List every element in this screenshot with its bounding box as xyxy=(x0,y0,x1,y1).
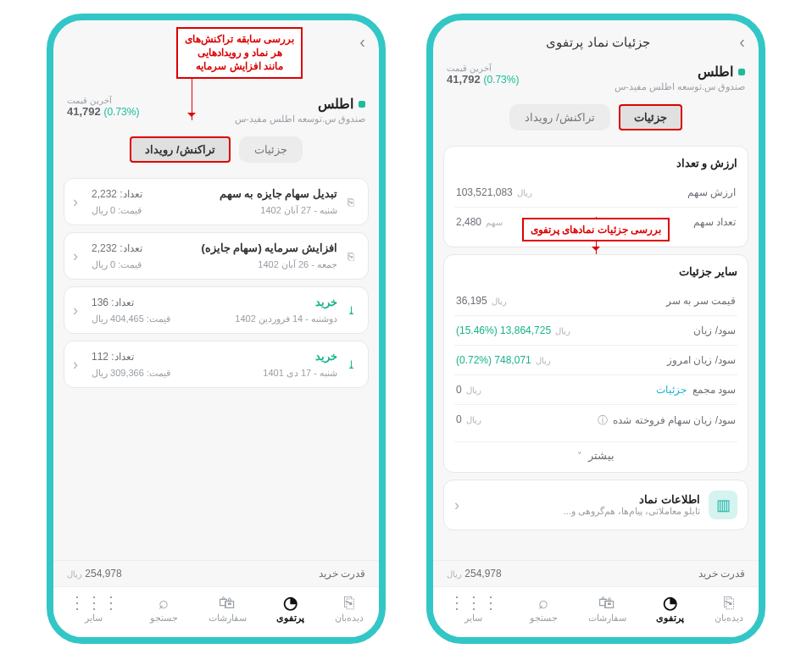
txn-date: شنبه - 27 آبان 1402 xyxy=(147,205,337,216)
row-val: 2,480 سهم xyxy=(456,216,503,228)
nav-item-orders[interactable]: 🛍سفارشات xyxy=(209,594,247,624)
row-val: 36,195 ریال xyxy=(456,295,507,307)
txn-price: قیمت: 404,465 ریال xyxy=(92,313,170,324)
transaction-row[interactable]: ⎘ افزایش سرمایه (سهام جایزه) تعداد: 2,23… xyxy=(64,232,369,280)
row-val: 103,521,083 ریال xyxy=(456,186,532,198)
txn-title: خرید xyxy=(175,350,337,363)
bp-value: 254,978 ریال xyxy=(447,568,502,580)
nav-item-watch[interactable]: ⎘دیده‌بان xyxy=(335,594,364,624)
chevron-down-icon: ˅ xyxy=(577,451,582,461)
txn-count: تعداد: 136 xyxy=(92,297,170,308)
search-icon: ⌕ xyxy=(530,594,558,611)
row-breakeven: قیمت سر به سر 36,195 ریال xyxy=(454,286,737,315)
nav-item-more[interactable]: ⋮⋮⋮سایر xyxy=(448,594,499,624)
dividend-details-link[interactable]: جزئیات xyxy=(656,384,687,396)
price-value: 41,792 xyxy=(447,73,481,86)
content-scroll[interactable]: ارزش و تعداد ارزش سهم 103,521,083 ریال ت… xyxy=(433,139,759,560)
header: › جزئیات نماد پرتفوی xyxy=(433,20,759,60)
buying-power-row: قدرت خرید 254,978 ریال xyxy=(53,560,379,586)
txn-date: دوشنبه - 14 فروردین 1402 xyxy=(175,313,337,324)
tab-events[interactable]: تراکنش/ رویداد xyxy=(509,104,609,130)
row-val: (15.46%) 13,864,725 ریال xyxy=(456,324,570,336)
card-title: ارزش و تعداد xyxy=(454,157,737,169)
row-pl-today: سود/ زیان امروز (0.72%) 748,071 ریال xyxy=(454,345,737,374)
help-icon[interactable]: ⓘ xyxy=(598,414,608,426)
tab-details[interactable]: جزئیات xyxy=(619,104,682,130)
txn-date: شنبه - 17 دی 1401 xyxy=(175,368,337,379)
view-tabs: جزئیات تراکنش/ رویداد xyxy=(433,104,759,130)
txn-count: تعداد: 2,232 xyxy=(92,242,142,254)
annotation-box: بررسی جزئیات نمادهای پرتفوی xyxy=(522,218,670,241)
annotation-box: بررسی سابقه تراکنش‌های هر نماد و رویداده… xyxy=(176,27,303,79)
chevron-left-icon: ‹ xyxy=(454,496,459,514)
bp-value: 254,978 ریال xyxy=(67,568,122,580)
txn-price: قیمت: 0 ریال xyxy=(92,259,142,270)
nav-item-watch[interactable]: ⎘دیده‌بان xyxy=(715,594,743,624)
txn-count: تعداد: 2,232 xyxy=(92,188,142,200)
row-key: سود/ زیان سهام فروخته شده ⓘ xyxy=(598,413,736,428)
chevron-left-icon: ‹ xyxy=(73,247,86,265)
txn-title: تبدیل سهام جایزه به سهم xyxy=(147,187,337,200)
txn-price: قیمت: 0 ریال xyxy=(92,205,142,216)
symbol-desc: صندوق س.توسعه اطلس مفید-س xyxy=(235,114,365,125)
price-change-pct: (0.73%) xyxy=(103,106,139,118)
more-icon: ⋮⋮⋮ xyxy=(69,594,120,611)
row-val: (0.72%) 748,071 ریال xyxy=(456,354,551,366)
info-title: اطلاعات نماد xyxy=(564,493,700,506)
back-icon[interactable]: › xyxy=(356,29,369,55)
txn-count: تعداد: 112 xyxy=(92,351,170,363)
info-sub: تابلو معاملاتی، پیام‌ها، هم‌گروهی و... xyxy=(564,506,700,517)
symbol-desc: صندوق س.توسعه اطلس مفید-س xyxy=(615,81,745,92)
phone-transactions: بررسی سابقه تراکنش‌های هر نماد و رویداده… xyxy=(47,14,386,644)
nav-item-orders[interactable]: 🛍سفارشات xyxy=(588,594,626,624)
row-val: 0 ریال xyxy=(456,413,481,428)
tab-events[interactable]: تراکنش/ رویداد xyxy=(130,136,230,163)
nav-item-search[interactable]: ⌕جستجو xyxy=(530,594,558,624)
row-pl: سود/ زیان (15.46%) 13,864,725 ریال xyxy=(454,315,737,345)
card-other-details: بررسی جزئیات نمادهای پرتفوی سایر جزئیات … xyxy=(443,254,748,473)
status-dot-icon xyxy=(359,101,365,108)
row-key: سود/ زیان xyxy=(693,324,736,336)
price-value: 41,792 xyxy=(67,105,101,118)
view-tabs: جزئیات تراکنش/ رویداد xyxy=(53,136,379,163)
status-dot-icon xyxy=(738,69,745,75)
more-icon: ⋮⋮⋮ xyxy=(448,594,499,611)
row-key: ارزش سهم xyxy=(687,186,736,198)
search-icon: ⌕ xyxy=(150,594,178,611)
content-scroll[interactable]: ⎘ تبدیل سهام جایزه به سهم تعداد: 2,232 ‹… xyxy=(53,171,379,560)
chevron-left-icon: ‹ xyxy=(73,302,86,319)
portfolio-icon: ◔ xyxy=(656,594,684,611)
nav-item-portfolio[interactable]: ◔پرتفوی xyxy=(276,594,304,624)
tab-details[interactable]: جزئیات xyxy=(239,136,303,163)
transaction-row[interactable]: ⎘ تبدیل سهام جایزه به سهم تعداد: 2,232 ‹… xyxy=(64,178,369,225)
nav-item-portfolio[interactable]: ◔پرتفوی xyxy=(656,594,684,624)
bottom-nav: ⎘دیده‌بان ◔پرتفوی 🛍سفارشات ⌕جستجو ⋮⋮⋮سای… xyxy=(433,586,759,637)
phone-details: › جزئیات نماد پرتفوی اطلس صندوق س.توسعه … xyxy=(426,14,765,644)
price-label: آخرین قیمت xyxy=(447,64,519,73)
price-label: آخرین قیمت xyxy=(67,96,139,105)
nav-item-search[interactable]: ⌕جستجو xyxy=(150,594,178,624)
nav-item-more[interactable]: ⋮⋮⋮سایر xyxy=(69,594,120,624)
txn-price: قیمت: 309,366 ریال xyxy=(92,368,170,379)
back-icon[interactable]: › xyxy=(736,29,748,55)
chevron-left-icon: ‹ xyxy=(73,193,86,211)
transaction-row[interactable]: ⤓ خرید تعداد: 136 ‹ دوشنبه - 14 فروردین … xyxy=(64,286,369,334)
row-key: تعداد سهم xyxy=(693,216,736,228)
watch-icon: ⎘ xyxy=(335,594,364,611)
txn-title: خرید xyxy=(175,296,337,308)
more-button[interactable]: بیشتر ˅ xyxy=(454,441,737,462)
transaction-row[interactable]: ⤓ خرید تعداد: 112 ‹ شنبه - 17 دی 1401 قی… xyxy=(64,341,369,388)
row-key: قیمت سر به سر xyxy=(666,295,736,307)
info-icon: ▥ xyxy=(709,491,737,519)
txn-date: جمعه - 26 آبان 1402 xyxy=(147,259,337,270)
symbol-name: اطلس xyxy=(698,64,733,80)
event-icon: ⎘ xyxy=(342,196,359,208)
buy-icon: ⤓ xyxy=(342,358,359,371)
card-symbol-info[interactable]: ▥ اطلاعات نماد تابلو معاملاتی، پیام‌ها، … xyxy=(443,480,748,530)
bp-label: قدرت خرید xyxy=(698,568,745,580)
orders-icon: 🛍 xyxy=(588,594,626,611)
row-key: سود/ زیان امروز xyxy=(667,354,736,366)
bottom-nav: ⎘دیده‌بان ◔پرتفوی 🛍سفارشات ⌕جستجو ⋮⋮⋮سای… xyxy=(53,586,379,637)
symbol-name: اطلس xyxy=(318,96,353,112)
buy-icon: ⤓ xyxy=(342,304,359,317)
